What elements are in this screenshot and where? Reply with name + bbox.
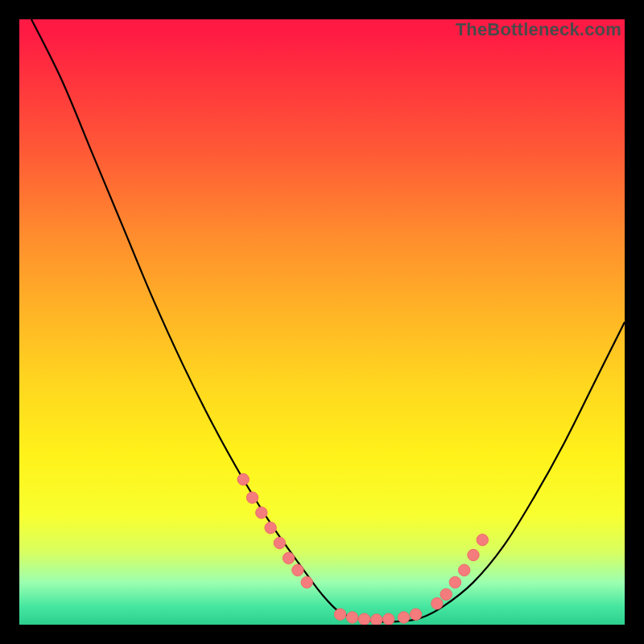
data-point [440,588,452,600]
data-point [292,564,303,576]
data-point [256,507,267,518]
markers-floor [334,609,421,625]
markers-right [431,535,489,609]
data-point [346,612,357,623]
data-point [334,609,345,620]
data-point [477,535,488,546]
bottleneck-curve [19,19,625,625]
data-point [431,598,443,609]
data-point [449,576,460,588]
data-point [398,612,409,623]
data-point [274,537,285,548]
data-point [358,613,369,625]
data-point [301,576,312,588]
data-point [246,492,258,503]
chart-frame: TheBottleneck.com [0,0,644,644]
plot-area: TheBottleneck.com [19,19,625,625]
data-point [371,614,382,625]
data-point [265,522,276,534]
data-point [468,549,479,560]
data-point [383,613,394,625]
data-point [237,473,249,485]
curve-path [31,19,625,622]
data-point [459,564,470,576]
markers-left [237,473,312,588]
data-point [283,552,294,564]
data-point [410,609,421,620]
